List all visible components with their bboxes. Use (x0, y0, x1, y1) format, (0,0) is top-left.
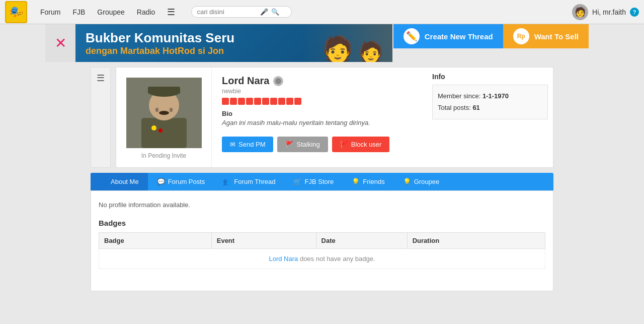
username-link[interactable]: Lord Nara (269, 255, 298, 263)
member-since-value: 1-1-1970 (482, 92, 509, 100)
send-pm-label: Send PM (238, 141, 265, 148)
total-posts-value: 61 (472, 104, 479, 111)
create-thread-label: Create New Thread (425, 32, 493, 41)
banner-subtitle-prefix: dengan (86, 46, 118, 56)
stalking-button[interactable]: 🚩 Stalking (277, 137, 328, 152)
total-posts-label: Total posts: (438, 104, 471, 111)
block-user-label: Block user (351, 141, 382, 148)
action-buttons: ✉ Send PM 🚩 Stalking 🚩 Block user (222, 137, 417, 152)
info-title: Info (432, 73, 548, 81)
user-area: 🧑 Hi, mr.faith ? (572, 4, 639, 20)
no-profile-info: No profile information available. (99, 199, 545, 216)
rep-bar-1 (222, 98, 229, 105)
col-badge: Badge (99, 233, 212, 249)
want-to-sell-button[interactable]: Rp Want To Sell (503, 24, 589, 48)
stalking-label: Stalking (296, 141, 319, 148)
want-to-sell-icon: Rp (513, 28, 529, 44)
no-badge-text: Lord Nara does not have any badge. (269, 255, 375, 263)
badges-section: Badges Badge Event Date Duration Lord Na… (99, 216, 545, 269)
block-user-icon: 🚩 (340, 141, 348, 148)
tab-friends-icon: 💡 (352, 178, 360, 185)
want-to-sell-label: Want To Sell (534, 32, 579, 41)
svg-rect-4 (148, 87, 180, 94)
tab-forum-posts-icon: 💬 (157, 178, 165, 185)
main-content: ☰ (45, 62, 599, 296)
tabs-bar: 👤 About Me 💬 Forum Posts 👥 Forum Thread … (91, 173, 553, 190)
create-thread-button[interactable]: ✏️ Create New Thread (393, 24, 503, 48)
svg-point-8 (151, 125, 156, 131)
profile-photo-section: In Pending Invite (116, 68, 212, 167)
help-icon[interactable]: ? (630, 8, 639, 17)
logo-icon[interactable]: 🎭 (5, 1, 27, 23)
user-greeting: Hi, mr.faith (592, 8, 626, 16)
tab-about-me[interactable]: 👤 About Me (91, 173, 148, 190)
rep-bar-6 (262, 98, 269, 105)
tab-forum-posts[interactable]: 💬 Forum Posts (148, 173, 214, 190)
create-thread-icon: ✏️ (404, 28, 420, 44)
col-duration: Duration (407, 233, 545, 249)
reputation-bars (222, 98, 417, 105)
hamburger-icon[interactable]: ☰ (167, 7, 175, 18)
svg-rect-6 (170, 108, 173, 112)
bio-label: Bio (222, 110, 417, 117)
badges-title: Badges (99, 216, 545, 227)
tab-about-me-icon: 👤 (100, 178, 108, 185)
sidebar-menu-icon[interactable]: ☰ (97, 73, 105, 84)
profile-wrapper: ☰ (91, 67, 553, 168)
bio-section: Bio Agan ini masih malu-malu nyeritain t… (222, 110, 417, 126)
nav-links: Forum FJB Groupee Radio ☰ 🎤 🔍 (40, 6, 562, 18)
block-user-button[interactable]: 🚩 Block user (332, 137, 390, 152)
profile-info-section: Lord Nara newbie (212, 68, 427, 167)
profile-card: In Pending Invite Lord Nara newbie (116, 67, 553, 168)
send-pm-icon: ✉ (230, 141, 235, 148)
svg-rect-5 (155, 108, 158, 112)
member-since-row: Member since: 1-1-1970 (438, 90, 542, 102)
offline-status-icon (273, 76, 283, 86)
tab-fjb-store-label: FJB Store (304, 178, 334, 185)
logo-area: 🎭 (5, 1, 30, 23)
nav-fjb[interactable]: FJB (72, 8, 85, 16)
info-box: Member since: 1-1-1970 Total posts: 61 (432, 85, 548, 119)
rep-bar-4 (246, 98, 253, 105)
user-rank: newbie (222, 88, 417, 95)
tab-groupee-label: Groupee (414, 178, 440, 185)
profile-avatar (126, 78, 202, 148)
top-navigation: 🎭 Forum FJB Groupee Radio ☰ 🎤 🔍 🧑 Hi, mr… (0, 0, 644, 24)
no-badge-cell: Lord Nara does not have any badge. (99, 249, 545, 269)
nav-forum[interactable]: Forum (40, 8, 60, 16)
tab-forum-thread[interactable]: 👥 Forum Thread (214, 173, 284, 190)
col-event: Event (211, 233, 316, 249)
tab-forum-thread-icon: 👥 (223, 178, 231, 185)
tab-groupee-icon: 💡 (403, 178, 411, 185)
tab-forum-posts-label: Forum Posts (168, 178, 205, 185)
nav-radio[interactable]: Radio (137, 8, 155, 16)
left-sidebar: ☰ (91, 67, 111, 168)
send-pm-button[interactable]: ✉ Send PM (222, 137, 273, 152)
tab-friends-label: Friends (363, 178, 384, 185)
no-badge-suffix: does not have any badge. (300, 255, 375, 263)
stalking-icon: 🚩 (285, 141, 293, 148)
banner-text: Bukber Komunitas Seru dengan Martabak Ho… (75, 25, 245, 61)
search-bar: 🎤 🔍 (191, 6, 292, 18)
tab-friends[interactable]: 💡 Friends (343, 173, 393, 190)
rep-bar-9 (286, 98, 293, 105)
rep-bar-10 (294, 98, 301, 105)
tab-forum-thread-label: Forum Thread (234, 178, 275, 185)
svg-point-7 (159, 111, 169, 115)
tab-fjb-store[interactable]: 🛒 FJB Store (284, 173, 343, 190)
search-icon[interactable]: 🔍 (271, 8, 279, 16)
badges-table: Badge Event Date Duration Lord Nara does… (99, 232, 545, 269)
member-since-label: Member since: (438, 92, 480, 100)
info-panel: Info Member since: 1-1-1970 Total posts:… (427, 68, 553, 167)
search-input[interactable] (197, 8, 257, 16)
badges-table-header: Badge Event Date Duration (99, 233, 545, 249)
mic-icon[interactable]: 🎤 (260, 8, 268, 16)
rep-bar-5 (254, 98, 261, 105)
tab-groupee[interactable]: 💡 Groupee (394, 173, 449, 190)
col-date: Date (316, 233, 407, 249)
no-badge-row: Lord Nara does not have any badge. (99, 249, 545, 269)
banner-logo: ✕ (45, 24, 75, 62)
pending-invite-label: In Pending Invite (141, 152, 186, 159)
svg-rect-1 (141, 118, 187, 148)
nav-groupee[interactable]: Groupee (97, 8, 124, 16)
